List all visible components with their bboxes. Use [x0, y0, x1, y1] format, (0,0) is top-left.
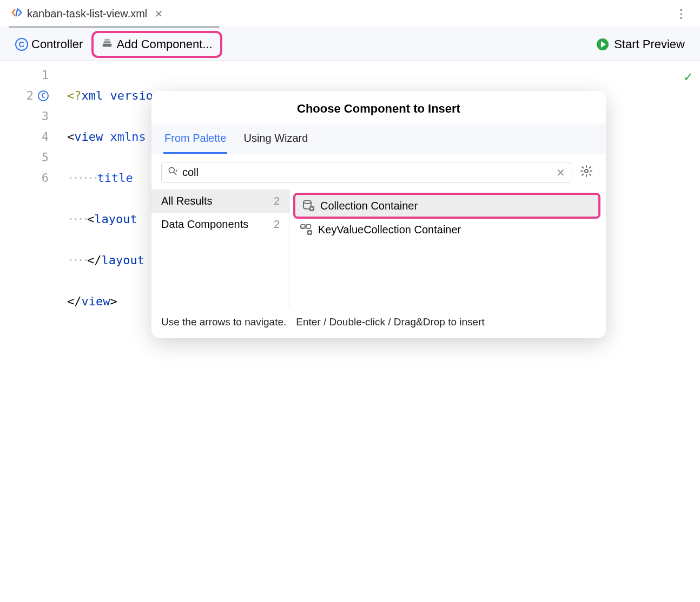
category-label: Data Components	[161, 218, 248, 231]
choose-component-popup: Choose Component to Insert From Palette …	[151, 91, 606, 338]
close-tab-icon[interactable]: ✕	[151, 8, 163, 20]
settings-icon[interactable]	[577, 165, 596, 181]
footer-action-hint: Enter / Double-click / Drag&Drop to inse…	[296, 316, 484, 328]
search-icon	[167, 166, 178, 179]
line-number: 3	[42, 106, 49, 127]
line-number: 5	[42, 147, 49, 168]
tab-overflow-menu-icon[interactable]: ⋮	[668, 7, 696, 21]
controller-button[interactable]: C Controller	[10, 35, 88, 54]
popup-tabs: From Palette Using Wizard	[151, 123, 606, 154]
component-keyvalue-collection-container[interactable]: KV KeyValueCollection Container	[293, 219, 600, 240]
line-number: 6	[42, 168, 49, 188]
svg-point-4	[585, 169, 588, 173]
add-component-icon	[101, 37, 113, 52]
editor-toolbar: C Controller Add Component... Start Prev…	[0, 28, 700, 61]
svg-rect-2	[105, 38, 110, 41]
category-count: 2	[274, 195, 280, 207]
category-list: All Results 2 Data Components 2	[151, 189, 290, 309]
search-box[interactable]: ✕	[161, 162, 571, 183]
add-component-label: Add Component...	[116, 37, 212, 51]
xml-file-icon	[11, 6, 23, 21]
controller-label: Controller	[31, 37, 83, 51]
search-input[interactable]	[182, 166, 552, 179]
controller-gutter-icon[interactable]: C	[38, 90, 49, 101]
svg-point-5	[303, 200, 311, 204]
component-list: Collection Container KV KeyValueCollecti…	[290, 189, 606, 309]
tab-accent	[9, 26, 220, 28]
category-count: 2	[274, 218, 280, 231]
component-label: KeyValueCollection Container	[318, 224, 461, 236]
play-icon	[597, 38, 609, 50]
svg-rect-0	[103, 43, 112, 47]
line-gutter: 1 2C 3 4 5 6	[0, 61, 54, 353]
line-number: 4	[42, 127, 49, 147]
line-number: 1	[42, 65, 49, 86]
inspection-ok-icon[interactable]: ✓	[684, 66, 692, 87]
database-icon	[302, 199, 315, 212]
clear-search-icon[interactable]: ✕	[556, 166, 565, 179]
start-preview-label: Start Preview	[614, 37, 685, 51]
category-all-results[interactable]: All Results 2	[151, 189, 289, 213]
tab-using-wizard[interactable]: Using Wizard	[242, 123, 309, 154]
popup-title: Choose Component to Insert	[151, 91, 606, 123]
line-number: 2	[27, 86, 34, 106]
footer-nav-hint: Use the arrows to navigate.	[161, 316, 286, 328]
component-collection-container[interactable]: Collection Container	[293, 193, 600, 219]
tab-bar: kanban-task-list-view.xml ✕ ⋮	[0, 0, 700, 28]
svg-rect-9	[306, 225, 311, 228]
component-label: Collection Container	[320, 200, 418, 212]
category-label: All Results	[161, 195, 212, 207]
svg-point-3	[169, 167, 174, 173]
popup-footer: Use the arrows to navigate. Enter / Doub…	[151, 309, 606, 338]
category-data-components[interactable]: Data Components 2	[151, 213, 289, 236]
svg-rect-1	[104, 41, 111, 43]
keyvalue-icon: KV	[300, 223, 313, 236]
tab-filename: kanban-task-list-view.xml	[27, 8, 147, 20]
start-preview-button[interactable]: Start Preview	[591, 35, 690, 54]
search-row: ✕	[151, 154, 606, 189]
tab-from-palette[interactable]: From Palette	[163, 123, 227, 154]
controller-icon: C	[15, 38, 28, 51]
add-component-button[interactable]: Add Component...	[91, 31, 222, 58]
file-tab[interactable]: kanban-task-list-view.xml ✕	[4, 0, 169, 28]
svg-text:KV: KV	[301, 225, 305, 228]
results-body: All Results 2 Data Components 2 Collecti…	[151, 189, 606, 309]
